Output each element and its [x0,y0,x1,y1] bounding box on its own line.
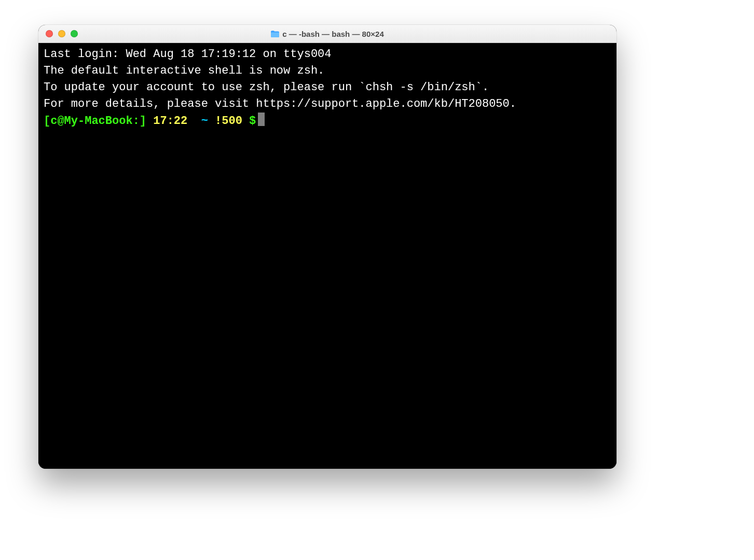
output-line: For more details, please visit https://s… [44,96,611,113]
prompt-cwd: ~ [201,115,208,128]
traffic-lights [38,30,78,37]
title-center: c — -bash — bash — 80×24 [38,30,616,38]
prompt-user-host: [c@My-MacBook:] [44,115,146,128]
output-line: The default interactive shell is now zsh… [44,63,611,79]
home-folder-icon [271,31,279,37]
close-button[interactable] [46,30,53,37]
output-line: Last login: Wed Aug 18 17:19:12 on ttys0… [44,46,611,63]
minimize-button[interactable] [58,30,65,37]
prompt-sigil: $ [249,115,256,128]
zoom-button[interactable] [71,30,78,37]
prompt-history: !500 [215,115,242,128]
terminal-body[interactable]: Last login: Wed Aug 18 17:19:12 on ttys0… [38,43,616,469]
prompt-time: 17:22 [153,115,187,128]
titlebar[interactable]: c — -bash — bash — 80×24 [38,25,616,43]
terminal-window: c — -bash — bash — 80×24 Last login: Wed… [38,25,616,469]
prompt-line: [c@My-MacBook:] 17:22 ~ !500 $ [44,113,611,130]
window-title: c — -bash — bash — 80×24 [282,30,384,38]
output-line: To update your account to use zsh, pleas… [44,79,611,96]
cursor [258,113,265,126]
